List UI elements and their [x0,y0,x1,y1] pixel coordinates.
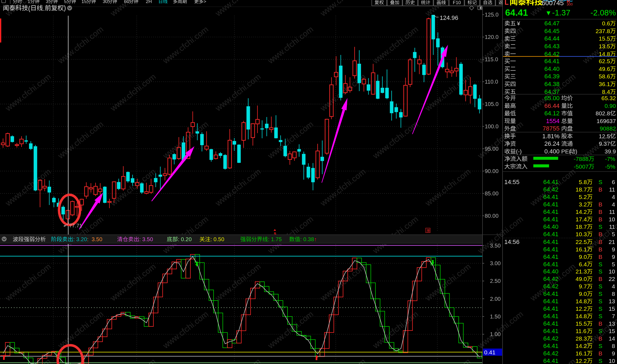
svg-text:300: 300 [567,2,573,6]
svg-text:2.50: 2.50 [490,278,501,284]
svg-text:B: B [598,186,602,193]
svg-text:2.00: 2.00 [490,296,501,302]
svg-text:S: S [598,283,602,289]
svg-text:64.45: 64.45 [544,28,560,34]
svg-text:14.2: 14.2 [576,209,587,215]
svg-text:9.0: 9.0 [579,291,587,297]
svg-text:S: S [598,305,602,312]
svg-text:77.71: 77.71 [69,223,82,229]
svg-text:120.0: 120.0 [485,34,499,40]
svg-text::: : [73,236,75,242]
svg-text:64.41: 64.41 [543,357,558,364]
svg-text:169637: 169637 [597,118,616,124]
svg-text:14:55: 14:55 [504,179,520,185]
svg-text:21.3: 21.3 [576,268,587,275]
svg-text:B: B [598,201,602,208]
svg-text:10: 10 [609,216,615,222]
svg-text:PE(: PE( [561,148,571,155]
svg-text:S: S [598,358,602,364]
svg-text:14: 14 [609,335,615,342]
svg-text:S: S [598,343,602,349]
svg-text:125.0: 125.0 [485,12,499,18]
svg-text:64.42: 64.42 [543,350,558,357]
svg-text:3.20: 3.20 [76,236,87,242]
svg-text:64.12: 64.12 [544,110,560,117]
svg-text:S: S [598,224,602,230]
svg-text:64.41: 64.41 [543,201,558,208]
svg-text:11: 11 [609,224,615,230]
svg-text:64.41: 64.41 [543,342,558,349]
svg-text::: : [210,236,212,242]
svg-text:64.41: 64.41 [543,253,558,260]
svg-text:2H: 2H [146,0,152,4]
svg-text:64.42: 64.42 [543,275,558,282]
svg-text:12.2: 12.2 [576,358,587,364]
svg-text:64.43: 64.43 [544,43,560,50]
svg-text:S: S [598,298,602,304]
svg-text:36.1: 36.1 [599,81,610,87]
svg-text:B: B [598,239,602,245]
svg-text:64.41: 64.41 [543,179,558,185]
svg-text:¥: ¥ [517,20,520,26]
svg-text:95.00: 95.00 [485,146,499,152]
svg-text:110.0: 110.0 [485,79,498,85]
svg-text:85.00: 85.00 [485,190,499,196]
svg-text:802.8: 802.8 [596,110,610,116]
svg-text:18.7: 18.7 [576,186,587,193]
svg-text:0.90: 0.90 [605,103,616,109]
svg-text:3.50: 3.50 [92,236,102,242]
svg-text:4: 4 [612,201,615,208]
svg-text:5: 5 [612,231,615,237]
svg-text:600745: 600745 [542,0,564,7]
svg-text:B: B [598,276,602,282]
svg-text:90.00: 90.00 [485,168,499,174]
svg-text:F10: F10 [453,0,461,5]
svg-text:11.6: 11.6 [576,328,586,334]
svg-text:18.7: 18.7 [576,224,587,230]
svg-text:-2.08%: -2.08% [590,8,616,17]
svg-text:39.9: 39.9 [605,148,616,155]
svg-text:(: ( [28,5,30,12]
svg-text:B: B [598,254,602,260]
svg-text:64.41: 64.41 [543,290,558,297]
svg-text:62.5: 62.5 [599,58,610,64]
svg-text:60: 60 [124,0,129,4]
svg-text:65.32: 65.32 [602,95,616,101]
svg-text:21: 21 [609,239,615,245]
svg-text:-1.37: -1.37 [552,8,570,17]
svg-text:11: 11 [609,209,615,215]
svg-text:6.4: 6.4 [579,261,587,267]
svg-text:64.41: 64.41 [543,261,558,268]
svg-text:5.2: 5.2 [579,194,587,200]
svg-text::: : [178,236,180,242]
svg-text:5.8: 5.8 [579,179,587,185]
svg-text:5: 5 [612,261,615,267]
svg-text::: : [139,236,141,242]
svg-text:30: 30 [103,0,108,4]
svg-text:64.41: 64.41 [543,298,558,305]
svg-text:64.40: 64.40 [543,223,558,230]
svg-text:13.5: 13.5 [599,43,610,49]
svg-text:9.37: 9.37 [599,140,610,147]
svg-text:78755: 78755 [543,125,560,132]
svg-text:49.0: 49.0 [576,276,587,282]
svg-text:64.47: 64.47 [544,20,560,27]
svg-text:): ) [575,148,577,155]
svg-text:64.38: 64.38 [544,81,560,87]
svg-text:B: B [598,350,602,357]
svg-text:16.1: 16.1 [576,350,587,357]
svg-text:1.00: 1.00 [490,331,501,337]
svg-text:13: 13 [609,298,615,304]
svg-text:12.5: 12.5 [599,133,610,139]
svg-text:64.41: 64.41 [543,193,558,200]
svg-text:65.00: 65.00 [544,95,560,102]
svg-text:10: 10 [609,268,615,275]
svg-text:4: 4 [612,283,615,289]
svg-text:64.40: 64.40 [544,65,560,72]
svg-text:237.8: 237.8 [596,28,610,34]
svg-text:>: > [204,0,206,4]
svg-text:15: 15 [609,328,615,334]
svg-text:7: 7 [612,313,615,319]
svg-text:(-): (-) [516,148,522,155]
svg-text:S: S [598,291,602,297]
